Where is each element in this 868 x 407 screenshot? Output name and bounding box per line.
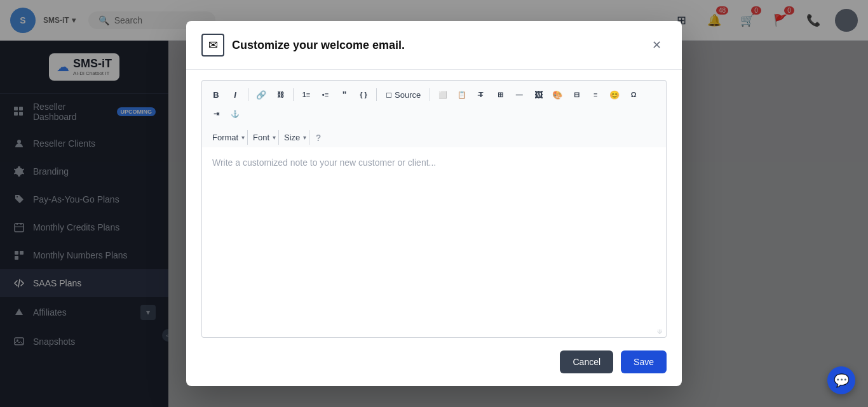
format-select[interactable]: Format <box>210 130 241 145</box>
source-button[interactable]: ◻ Source <box>381 89 426 101</box>
maximize-button[interactable]: ⬜ <box>434 86 452 103</box>
copy-format-button[interactable]: 📋 <box>453 86 471 103</box>
font-select-wrapper: Font ▾ <box>248 130 279 145</box>
color-button[interactable]: 🎨 <box>548 86 566 103</box>
toolbar-sep-1 <box>248 88 248 101</box>
indent-button[interactable]: ⇥ <box>207 105 225 123</box>
cancel-button[interactable]: Cancel <box>560 350 613 373</box>
ordered-list-button[interactable]: 1≡ <box>297 86 315 103</box>
format-chevron-icon: ▾ <box>241 134 245 141</box>
source-label: Source <box>395 90 421 100</box>
close-button[interactable]: ✕ <box>646 35 667 55</box>
special-char-button[interactable]: Ω <box>625 86 642 103</box>
unlink-button[interactable]: ⛓ <box>271 86 289 103</box>
editor-placeholder: Write a customized note to your new cust… <box>212 157 436 168</box>
code-block-button[interactable]: { } <box>355 86 372 103</box>
editor-toolbar-row2: Format ▾ Font ▾ Size ▾ ? <box>201 128 667 147</box>
unordered-list-button[interactable]: •≡ <box>316 86 334 103</box>
blockquote-button[interactable]: " <box>336 86 353 103</box>
link-button[interactable]: 🔗 <box>252 86 270 103</box>
toolbar-sep-4 <box>430 88 430 101</box>
chat-widget[interactable]: 💬 <box>827 366 855 394</box>
save-button[interactable]: Save <box>621 350 667 373</box>
font-chevron-icon: ▾ <box>273 134 276 141</box>
size-chevron-icon: ▾ <box>303 134 306 141</box>
image-button[interactable]: 🖼 <box>529 86 547 103</box>
modal-title: Customize your welcome email. <box>232 39 639 52</box>
toolbar-sep-3 <box>376 88 377 101</box>
editor-toolbar-row1: B I 🔗 ⛓ 1≡ •≡ " { } ◻ Source ⬜ 📋 T̶ <box>201 80 667 128</box>
anchor-button[interactable]: ⚓ <box>226 105 244 123</box>
modal: ✉ Customize your welcome email. ✕ B I 🔗 … <box>186 21 682 386</box>
toolbar-sep-2 <box>293 88 294 101</box>
table-button[interactable]: ⊞ <box>491 86 509 103</box>
modal-overlay[interactable]: ✉ Customize your welcome email. ✕ B I 🔗 … <box>0 0 868 407</box>
align-button[interactable]: ≡ <box>587 86 604 103</box>
size-select[interactable]: Size <box>281 130 303 145</box>
modal-footer: Cancel Save <box>186 338 682 386</box>
size-select-wrapper: Size ▾ <box>279 130 309 145</box>
emoji-button[interactable]: 😊 <box>606 86 623 103</box>
source-icon: ◻ <box>386 90 392 99</box>
editor-resize-handle[interactable]: ⟱ <box>657 328 665 336</box>
remove-format-button[interactable]: T̶ <box>472 86 490 103</box>
editor-container: B I 🔗 ⛓ 1≡ •≡ " { } ◻ Source ⬜ 📋 T̶ <box>186 70 682 338</box>
format-select-wrapper: Format ▾ <box>207 130 248 145</box>
email-icon: ✉ <box>201 34 224 57</box>
modal-header: ✉ Customize your welcome email. ✕ <box>186 21 682 70</box>
italic-button[interactable]: I <box>226 86 244 103</box>
bold-button[interactable]: B <box>207 86 225 103</box>
help-button[interactable]: ? <box>312 131 325 144</box>
chat-icon: 💬 <box>834 373 850 388</box>
font-select[interactable]: Font <box>250 130 273 145</box>
table2-button[interactable]: ⊟ <box>567 86 585 103</box>
horizontal-rule-button[interactable]: — <box>510 86 528 103</box>
editor-body[interactable]: Write a customized note to your new cust… <box>201 147 667 338</box>
